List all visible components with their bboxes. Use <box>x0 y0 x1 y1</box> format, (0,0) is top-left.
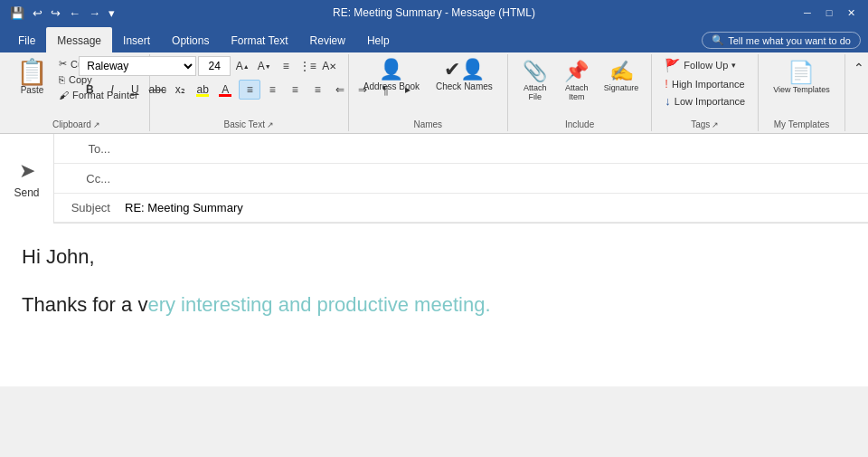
more-icon[interactable]: ▾ <box>106 5 118 22</box>
flag-icon: 🚩 <box>665 58 680 72</box>
include-label: Include <box>515 118 645 131</box>
high-importance-icon: ! <box>665 77 668 90</box>
ribbon: 📋 Paste ✂ Cut ⎘ Copy 🖌 Format Painter C <box>0 52 868 134</box>
align-center-button[interactable]: ≡ <box>261 80 283 100</box>
redo-icon[interactable]: ↪ <box>48 5 63 22</box>
align-left-button[interactable]: ≡ <box>239 80 260 100</box>
tab-format-text[interactable]: Format Text <box>220 27 298 52</box>
tags-content: 🚩 Follow Up ▾ ! High Importance ↓ Low Im… <box>659 54 750 118</box>
tab-insert[interactable]: Insert <box>112 27 161 52</box>
strikethrough-button[interactable]: abc <box>146 80 168 100</box>
font-color-button[interactable]: A <box>214 80 236 100</box>
check-names-label: Check Names <box>436 81 493 91</box>
bullet-list-button[interactable]: ≡ <box>276 56 296 76</box>
my-templates-label: My Templates <box>766 118 837 131</box>
to-row: To... <box>54 134 868 164</box>
tab-help[interactable]: Help <box>356 27 401 52</box>
greeting-text: Hi John, <box>22 245 95 268</box>
cc-row: Cc... <box>54 164 868 194</box>
subject-label: Subject <box>54 201 118 214</box>
decrease-indent-button[interactable]: ⇐ <box>329 80 351 100</box>
underline-button[interactable]: U <box>124 80 146 100</box>
copy-icon: ⎘ <box>59 74 65 85</box>
to-label[interactable]: To... <box>54 142 118 156</box>
font-color-bar <box>219 94 231 97</box>
cc-input[interactable] <box>118 164 868 193</box>
bold-button[interactable]: B <box>79 80 100 100</box>
attach-file-button[interactable]: 📎 AttachFile <box>515 56 555 105</box>
low-importance-button[interactable]: ↓ Low Importance <box>659 93 750 109</box>
check-names-button[interactable]: ✔👤 Check Names <box>429 56 500 95</box>
basic-text-expand-icon[interactable]: ↗ <box>267 120 274 129</box>
include-group: 📎 AttachFile 📌 AttachItem ✍ Signature In… <box>508 54 653 131</box>
grow-font-button[interactable]: A▲ <box>232 56 252 76</box>
save-icon[interactable]: 💾 <box>7 5 27 22</box>
tab-options[interactable]: Options <box>161 27 220 52</box>
subscript-button[interactable]: x₂ <box>169 80 191 100</box>
tags-expand-icon[interactable]: ↗ <box>712 120 719 129</box>
italic-button[interactable]: I <box>101 80 123 100</box>
check-names-icon: ✔👤 <box>444 60 485 80</box>
send-button[interactable]: ➤ Send <box>5 154 48 205</box>
signature-button[interactable]: ✍ Signature <box>599 56 645 96</box>
forward-icon[interactable]: → <box>86 5 103 22</box>
highlight-button[interactable]: ab <box>192 80 213 100</box>
tell-me-placeholder: Tell me what you want to do <box>728 35 851 46</box>
justify-button[interactable]: ≡ <box>307 80 328 100</box>
title-bar: 💾 ↩ ↪ ← → ▾ RE: Meeting Summary - Messag… <box>0 0 868 25</box>
signature-icon: ✍ <box>609 60 634 83</box>
align-right-button[interactable]: ≡ <box>284 80 306 100</box>
address-book-icon: 👤 <box>379 60 403 80</box>
attach-item-button[interactable]: 📌 AttachItem <box>557 56 597 105</box>
shrink-font-button[interactable]: A▼ <box>254 56 274 76</box>
view-templates-label: View Templates <box>773 85 830 94</box>
tell-me-box[interactable]: 🔍 Tell me what you want to do <box>702 32 861 49</box>
follow-up-button[interactable]: 🚩 Follow Up ▾ <box>659 56 741 74</box>
undo-icon[interactable]: ↩ <box>30 5 45 22</box>
address-book-label: Address Book <box>363 81 420 91</box>
follow-up-dropdown-icon[interactable]: ▾ <box>731 61 736 70</box>
high-importance-button[interactable]: ! High Importance <box>659 76 750 91</box>
greeting-line: Hi John, <box>22 242 846 271</box>
quick-access-toolbar: 💾 ↩ ↪ ← → ▾ <box>7 5 118 22</box>
paste-button[interactable]: 📋 Paste <box>11 56 53 99</box>
content-normal-start: Thanks for a v <box>22 293 147 316</box>
tab-message[interactable]: Message <box>46 27 112 52</box>
clipboard-label: Clipboard ↗ <box>11 118 142 131</box>
ribbon-tab-bar: File Message Insert Options Format Text … <box>0 25 868 52</box>
attach-file-label: AttachFile <box>524 83 547 101</box>
names-content: 👤 Address Book ✔👤 Check Names <box>356 54 500 118</box>
names-group: 👤 Address Book ✔👤 Check Names Names <box>349 54 508 131</box>
clipboard-expand-icon[interactable]: ↗ <box>93 120 100 129</box>
font-row: Raleway A▲ A▼ ≡ ⋮≡ A✕ <box>79 56 339 76</box>
back-icon[interactable]: ← <box>66 5 83 22</box>
font-size-input[interactable] <box>198 56 231 76</box>
send-arrow-icon: ➤ <box>19 159 35 183</box>
cc-label[interactable]: Cc... <box>54 172 118 186</box>
my-templates-group: 📄 View Templates My Templates <box>759 54 845 131</box>
basic-text-label: Basic Text ↗ <box>157 118 341 131</box>
attach-file-icon: 📎 <box>523 60 547 83</box>
close-button[interactable]: ✕ <box>841 4 861 22</box>
restore-button[interactable]: □ <box>819 4 839 22</box>
tab-file[interactable]: File <box>7 27 46 52</box>
search-icon: 🔍 <box>712 34 724 46</box>
address-book-button[interactable]: 👤 Address Book <box>356 56 427 95</box>
to-input[interactable] <box>118 134 868 163</box>
view-templates-button[interactable]: 📄 View Templates <box>766 56 837 98</box>
low-importance-label: Low Importance <box>675 96 745 107</box>
message-body[interactable]: Hi John, Thanks for a very interesting a… <box>0 224 868 386</box>
clear-formatting-button[interactable]: A✕ <box>319 56 339 76</box>
tab-review[interactable]: Review <box>299 27 356 52</box>
minimize-button[interactable]: ─ <box>797 4 817 22</box>
send-container: ➤ Send <box>0 134 54 224</box>
signature-label: Signature <box>604 83 639 92</box>
subject-value[interactable]: RE: Meeting Summary <box>118 197 868 218</box>
content-colored: ery interesting and productive meeting. <box>147 293 490 316</box>
font-name-select[interactable]: Raleway <box>79 56 196 76</box>
my-templates-content: 📄 View Templates <box>766 54 837 118</box>
number-list-button[interactable]: ⋮≡ <box>297 56 317 76</box>
ribbon-collapse-button[interactable]: ⌃ <box>849 58 868 78</box>
names-label: Names <box>356 118 500 131</box>
ribbon-collapse-area: ⌃ <box>845 54 868 131</box>
